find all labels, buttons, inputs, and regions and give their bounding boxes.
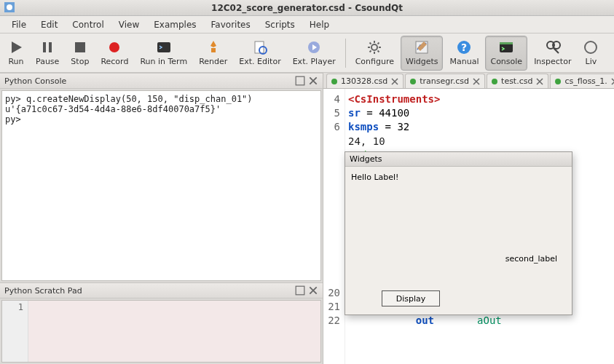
widgets-icon [414, 39, 430, 55]
tab-label: test.csd [501, 76, 532, 86]
menubar: FileEditControlViewExamplesFavoritesScri… [0, 16, 614, 33]
configure-label: Configure [355, 57, 394, 66]
run-term-icon [156, 39, 172, 55]
console-line: u'{a71c0c67-3d54-4d4a-88e6-8df40070a7f5}… [5, 104, 318, 114]
widgets-button[interactable]: Widgets [401, 36, 443, 71]
configure-icon [366, 39, 382, 55]
run-term-label: Run in Term [140, 57, 187, 66]
run-button[interactable]: Run [3, 36, 29, 71]
console-line: py> q.createNewDisplay(50, 150, "disp_ch… [5, 94, 318, 104]
record-icon [106, 39, 122, 55]
inspector-label: Inspector [534, 57, 571, 66]
widgets-canvas[interactable]: Hello Label! second_label Display [345, 167, 572, 314]
run-term-button[interactable]: Run in Term [135, 36, 192, 71]
stop-button[interactable]: Stop [66, 36, 94, 71]
stop-icon [72, 39, 88, 55]
editor-line: <CsInstruments> [348, 93, 563, 107]
editor-gutter: 456 202122 [323, 89, 345, 364]
svg-point-5 [109, 42, 119, 52]
manual-label: Manual [449, 57, 479, 66]
menu-control[interactable]: Control [65, 17, 111, 32]
tab-label: transegr.csd [420, 76, 469, 86]
window-titlebar: 12C02_score_generator.csd - CsoundQt [0, 0, 614, 16]
record-button[interactable]: Record [95, 36, 133, 71]
console-button[interactable]: Console [485, 36, 527, 71]
svg-rect-16 [500, 42, 513, 44]
editor-line: 24, 10 [348, 135, 385, 149]
menu-favorites[interactable]: Favorites [204, 17, 258, 32]
menu-help[interactable]: Help [302, 17, 336, 32]
ext-player-button[interactable]: Ext. Player [288, 36, 341, 71]
menu-edit[interactable]: Edit [34, 17, 65, 32]
render-label: Render [199, 57, 227, 66]
tab-close-icon[interactable] [391, 78, 398, 85]
render-icon [205, 39, 221, 55]
editor-lineno: 20 [323, 287, 340, 301]
close-icon[interactable] [308, 76, 318, 86]
manual-button[interactable]: ?Manual [444, 36, 484, 71]
app-icon [4, 2, 15, 12]
menu-file[interactable]: File [4, 17, 34, 32]
tab-label: cs_floss_1. [564, 76, 607, 86]
run-icon [8, 39, 24, 55]
svg-rect-3 [49, 42, 52, 52]
editor-line: ksmps = 32 [348, 121, 563, 135]
python-console[interactable]: py> q.createNewDisplay(50, 150, "disp_ch… [1, 90, 321, 281]
widgets-label: Widgets [406, 57, 438, 66]
scratchpad-lineno: 1 [7, 302, 23, 312]
ext-editor-icon [252, 39, 268, 55]
widgets-panel[interactable]: Widgets Hello Label! second_label Displa… [345, 151, 572, 315]
label-hello: Hello Label! [351, 173, 398, 182]
editor-lineno: 21 [323, 301, 340, 314]
widgets-panel-titlebar[interactable]: Widgets [345, 152, 572, 167]
inspector-icon [545, 39, 561, 55]
scratchpad[interactable]: 1 [1, 300, 321, 363]
svg-rect-4 [75, 42, 85, 52]
tab-status-dot-icon [331, 79, 337, 84]
stop-label: Stop [71, 57, 89, 66]
live-button[interactable]: Liv [578, 36, 604, 71]
editor-line: out aOut [348, 314, 563, 328]
menu-scripts[interactable]: Scripts [258, 17, 302, 32]
editor-line: sr = 44100 [348, 107, 563, 121]
editor-lineno: 5 [323, 107, 340, 121]
scratchpad-title: Python Scratch Pad [4, 286, 82, 296]
window-title: 12C02_score_generator.csd - CsoundQt [211, 3, 403, 13]
tab-status-dot-icon [555, 79, 561, 84]
svg-rect-6 [157, 42, 170, 52]
undock-icon[interactable] [295, 76, 305, 86]
tab-close-icon[interactable] [473, 78, 480, 85]
tab-status-dot-icon [492, 79, 497, 84]
pause-icon [39, 39, 55, 55]
render-button[interactable]: Render [194, 36, 232, 71]
editor-tab[interactable]: test.csd [487, 74, 548, 88]
console-label: Console [490, 57, 522, 66]
tab-close-icon[interactable] [611, 78, 614, 85]
pause-button[interactable]: Pause [31, 36, 64, 71]
close-icon[interactable] [308, 285, 318, 296]
live-icon [583, 39, 599, 55]
editor-tab[interactable]: 130328.csd [326, 74, 404, 88]
menu-examples[interactable]: Examples [146, 17, 203, 32]
menu-view[interactable]: View [111, 17, 146, 32]
scratchpad-header: Python Scratch Pad [0, 282, 323, 298]
editor-tabstrip: 130328.csdtransegr.csdtest.csdcs_floss_1… [323, 73, 614, 89]
tab-status-dot-icon [410, 79, 416, 84]
editor-tab[interactable]: cs_floss_1. [550, 74, 614, 88]
pause-label: Pause [36, 57, 59, 66]
ext-editor-button[interactable]: Ext. Editor [234, 36, 286, 71]
svg-text:?: ? [461, 41, 467, 53]
toolbar: RunPauseStopRecordRun in TermRenderExt. … [0, 33, 614, 73]
undock-icon[interactable] [295, 285, 305, 296]
inspector-button[interactable]: Inspector [529, 36, 576, 71]
toolbar-separator [345, 39, 346, 68]
ext-player-label: Ext. Player [293, 57, 336, 66]
editor-lineno: 22 [323, 314, 340, 328]
configure-button[interactable]: Configure [350, 36, 399, 71]
tab-close-icon[interactable] [536, 78, 543, 85]
live-label: Liv [586, 57, 597, 66]
python-console-title: Python Console [4, 76, 66, 86]
display-widget[interactable]: Display [382, 290, 440, 306]
editor-tab[interactable]: transegr.csd [405, 74, 485, 88]
console-icon [498, 39, 514, 55]
